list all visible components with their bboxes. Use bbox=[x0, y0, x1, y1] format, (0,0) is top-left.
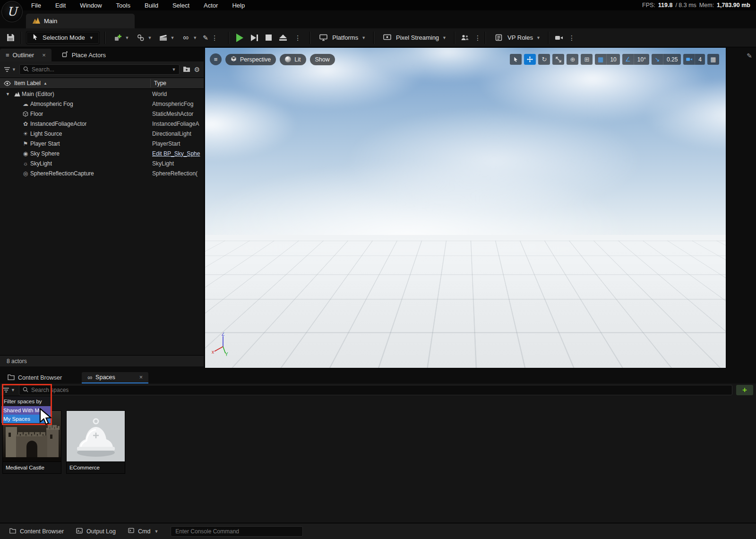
menu-help[interactable]: Help bbox=[232, 2, 245, 9]
camera-speed-control[interactable]: 4 bbox=[683, 54, 705, 65]
menu-build[interactable]: Build bbox=[145, 2, 158, 9]
landscape-mode-icon[interactable]: ✎ bbox=[200, 32, 211, 43]
expand-caret-icon[interactable]: ▼ bbox=[6, 92, 12, 96]
save-icon[interactable] bbox=[5, 32, 16, 43]
move-tool-icon[interactable] bbox=[524, 54, 536, 65]
edit-blueprint-link[interactable]: Edit BP_Sky_Sphe bbox=[152, 150, 202, 157]
outliner-row-light-source[interactable]: ☀ Light Source DirectionalLight bbox=[0, 129, 204, 139]
outliner-row-floor[interactable]: Floor StaticMeshActor bbox=[0, 109, 204, 119]
outliner-row-sky-sphere[interactable]: ◉ Sky Sphere Edit BP_Sky_Sphe bbox=[0, 148, 204, 158]
perspective-dropdown[interactable]: Perspective bbox=[225, 54, 276, 65]
cinematics-dropdown[interactable]: ▼ bbox=[155, 31, 177, 45]
platforms-dropdown[interactable]: Platforms ▼ bbox=[315, 31, 369, 45]
close-icon[interactable]: × bbox=[42, 52, 46, 59]
outliner-row-instanced-foliage[interactable]: ✿ InstancedFoliageActor InstancedFoliage… bbox=[0, 119, 204, 129]
rotation-snap-control[interactable]: ∠ 10° bbox=[622, 54, 649, 65]
tab-place-actors[interactable]: Place Actors bbox=[56, 49, 112, 61]
menu-actor[interactable]: Actor bbox=[204, 2, 218, 9]
settings-gear-icon[interactable]: ⚙ bbox=[194, 66, 200, 73]
console-command-input[interactable] bbox=[171, 526, 303, 537]
chevron-down-icon[interactable]: ▼ bbox=[172, 67, 176, 72]
sidebar-expand-icon[interactable]: ✎ bbox=[747, 52, 752, 60]
outliner-search-box[interactable]: ▼ bbox=[19, 64, 180, 75]
grid-snap-control[interactable]: ▦ 10 bbox=[595, 54, 619, 65]
spaces-filter-icon[interactable]: ▼ bbox=[3, 387, 15, 393]
stop-icon[interactable] bbox=[266, 35, 272, 41]
tab-spaces[interactable]: ∞ Spaces × bbox=[82, 372, 148, 383]
grid-snap-value[interactable]: 10 bbox=[606, 54, 619, 65]
scale-tool-icon[interactable] bbox=[552, 54, 564, 65]
spaces-search-box[interactable] bbox=[19, 385, 732, 395]
spaces-tab-label: Spaces bbox=[95, 374, 115, 381]
outliner-tree: ▼ Main (Editor) World ☁ Atmospheric Fog … bbox=[0, 89, 204, 178]
filter-icon[interactable]: ▼ bbox=[4, 67, 16, 73]
scale-snap-value[interactable]: 0.25 bbox=[663, 54, 681, 65]
pixel-streaming-dropdown[interactable]: Pixel Streaming ▼ bbox=[378, 31, 449, 45]
outliner-row-main-editor[interactable]: ▼ Main (Editor) World bbox=[0, 89, 204, 99]
virtual-camera-icon[interactable] bbox=[553, 32, 565, 43]
item-label-column-header[interactable]: Item Label bbox=[14, 80, 41, 87]
add-actor-dropdown[interactable]: ▼ bbox=[110, 31, 132, 45]
toolbar-overflow-icon[interactable]: ⋮ bbox=[211, 34, 217, 42]
eject-icon[interactable] bbox=[279, 35, 287, 41]
directional-light-icon: ☀ bbox=[21, 130, 30, 137]
status-content-browser-label: Content Browser bbox=[20, 528, 64, 535]
unreal-logo-icon[interactable]: U bbox=[1, 1, 23, 22]
multi-user-icon[interactable] bbox=[459, 32, 471, 43]
play-options-icon[interactable]: ⋮ bbox=[294, 34, 300, 42]
collab-options-icon[interactable]: ⋮ bbox=[474, 34, 480, 42]
tab-outliner[interactable]: ≡ Outliner × bbox=[0, 49, 52, 61]
menu-select[interactable]: Select bbox=[172, 2, 189, 9]
sequencer-icon: ∞ bbox=[180, 32, 191, 43]
angle-snap-value[interactable]: 10° bbox=[634, 54, 649, 65]
level-viewport[interactable]: ≡ Perspective Lit Show ↻ bbox=[205, 47, 726, 368]
viewport-menu-icon[interactable]: ≡ bbox=[210, 53, 222, 65]
visibility-eye-icon[interactable] bbox=[0, 81, 14, 86]
menu-file[interactable]: File bbox=[31, 2, 41, 9]
tab-main-level[interactable]: Main bbox=[26, 14, 135, 28]
status-content-browser-button[interactable]: Content Browser bbox=[9, 528, 64, 535]
surface-snap-icon[interactable]: ⊞ bbox=[581, 54, 593, 65]
space-card-ecommerce[interactable]: ECommerce bbox=[66, 410, 125, 474]
camera-options-icon[interactable]: ⋮ bbox=[568, 34, 574, 42]
select-tool-icon[interactable] bbox=[510, 54, 522, 65]
level-tab-label: Main bbox=[44, 17, 57, 25]
show-dropdown[interactable]: Show bbox=[310, 54, 335, 65]
menu-edit[interactable]: Edit bbox=[55, 2, 66, 9]
selection-mode-dropdown[interactable]: Selection Mode ▼ bbox=[26, 31, 100, 44]
space-card-title: Medieval Castle bbox=[3, 461, 61, 473]
rotate-tool-icon[interactable]: ↻ bbox=[538, 54, 550, 65]
filter-option-my-spaces[interactable]: My Spaces bbox=[1, 415, 52, 423]
scale-snap-control[interactable]: ↘ 0.25 bbox=[652, 54, 681, 65]
menu-window[interactable]: Window bbox=[80, 2, 102, 9]
tab-content-browser[interactable]: Content Browser bbox=[2, 372, 68, 383]
status-output-log-button[interactable]: Output Log bbox=[76, 528, 116, 535]
play-icon[interactable] bbox=[236, 34, 243, 42]
filter-option-shared-with-me[interactable]: Shared With Me bbox=[1, 406, 52, 415]
spaces-icon: ∞ bbox=[87, 374, 92, 381]
level-tab-bar: Main bbox=[0, 10, 756, 28]
sequencer-dropdown[interactable]: ∞ ▼ bbox=[177, 31, 200, 45]
mem-value: 1,783.90 mb bbox=[717, 2, 750, 9]
outliner-search-input[interactable] bbox=[32, 66, 169, 73]
world-space-globe-icon[interactable]: ⊕ bbox=[567, 54, 578, 65]
outliner-row-player-start[interactable]: ⚑ Player Start PlayerStart bbox=[0, 139, 204, 148]
lit-dropdown[interactable]: Lit bbox=[280, 54, 306, 65]
spaces-filter-row: ▼ + bbox=[0, 383, 756, 396]
viewport-layout-icon[interactable]: ▦ bbox=[707, 54, 719, 65]
vp-roles-dropdown[interactable]: VP Roles ▼ bbox=[490, 31, 543, 45]
frame-skip-icon[interactable] bbox=[251, 35, 258, 41]
blueprints-dropdown[interactable]: ▼ bbox=[132, 31, 155, 45]
outliner-icon: ≡ bbox=[6, 52, 9, 59]
camera-speed-value[interactable]: 4 bbox=[695, 54, 705, 65]
add-space-button[interactable]: + bbox=[736, 385, 753, 395]
outliner-row-sphere-reflection[interactable]: ◎ SphereReflectionCapture SphereReflecti… bbox=[0, 168, 204, 178]
spaces-search-input[interactable] bbox=[31, 387, 729, 393]
outliner-row-atmospheric-fog[interactable]: ☁ Atmospheric Fog AtmosphericFog bbox=[0, 99, 204, 109]
outliner-row-skylight[interactable]: ☼ SkyLight SkyLight bbox=[0, 158, 204, 168]
status-cmd-dropdown[interactable]: Cmd ▼ bbox=[128, 528, 158, 535]
new-folder-icon[interactable] bbox=[183, 66, 190, 74]
type-column-header[interactable]: Type bbox=[154, 80, 166, 87]
menu-tools[interactable]: Tools bbox=[116, 2, 130, 9]
close-icon[interactable]: × bbox=[139, 374, 143, 381]
